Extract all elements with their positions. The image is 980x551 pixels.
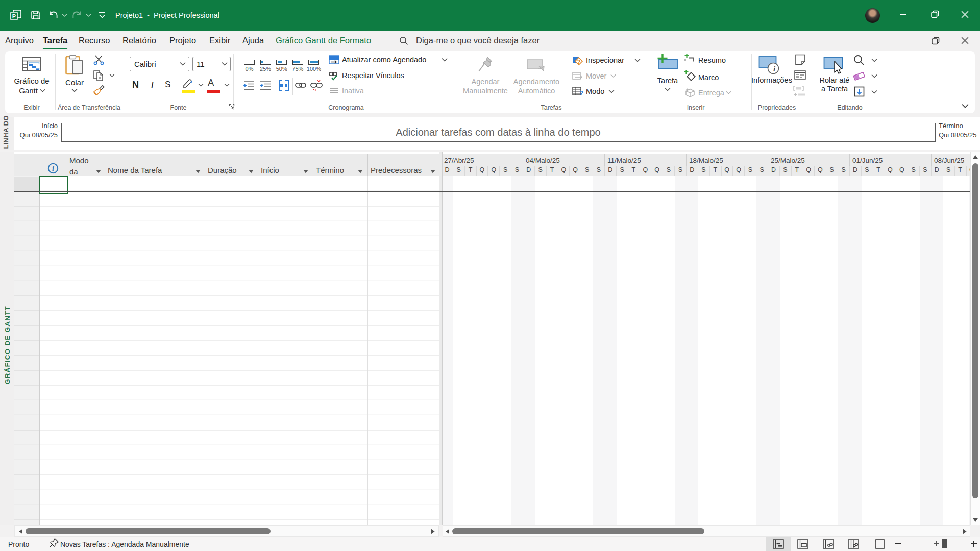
svg-text:P: P [12, 13, 16, 19]
svg-text:?: ? [579, 89, 583, 96]
svg-text:?: ? [577, 59, 581, 65]
svg-text:i: i [52, 165, 54, 172]
